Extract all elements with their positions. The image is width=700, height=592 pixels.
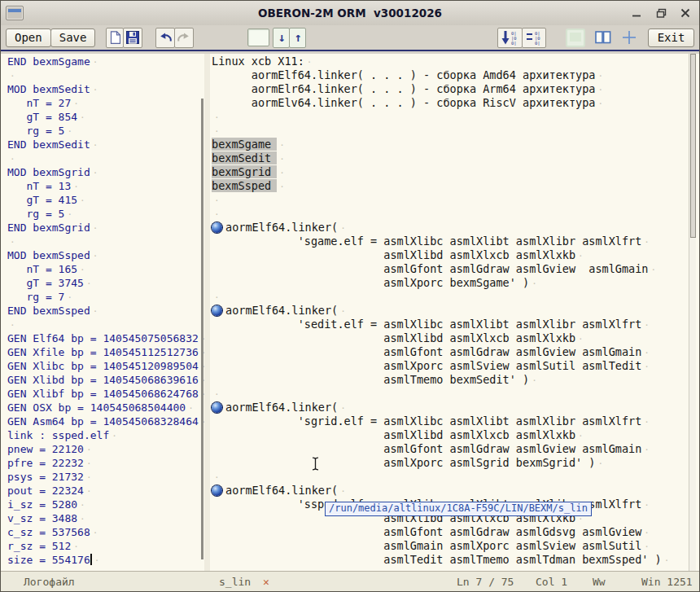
code-line: bexmSgrid: [212, 165, 699, 179]
code-line: [7, 151, 204, 165]
new-document-icon: [110, 31, 120, 44]
code-line: END bexmSgame: [7, 55, 204, 68]
numeric-list-icon: 0| |0 0|: [525, 30, 543, 46]
code-line: rg = 5: [7, 207, 204, 221]
encoding-indicator[interactable]: Win 1251: [641, 572, 693, 592]
titlebar: OBERON-2M ORM v30012026: [1, 1, 699, 25]
right-scrollbar[interactable]: [689, 54, 696, 571]
code-line: aormElr64.linker( . . . ) - сборка Arm64…: [212, 82, 699, 96]
save-button[interactable]: Save: [50, 29, 96, 47]
code-line: GEN Elf64 bp = 140545075056832: [7, 331, 204, 345]
numeric-export-button[interactable]: 0| |0 0|: [497, 28, 523, 48]
line-indicator: Ln 7 / 75: [457, 572, 514, 592]
code-line: nT = 165: [7, 262, 204, 276]
code-line: bexmSedit: [212, 151, 699, 165]
code-line: nT = 27: [7, 96, 204, 110]
code-line: [212, 207, 699, 221]
code-line: aormElf64.linker(: [212, 304, 699, 318]
right-editor-pane[interactable]: Linux xcb X11: aormElf64.linker( . . . )…: [210, 54, 699, 571]
code-line: bexmSsped: [212, 179, 699, 193]
open-button[interactable]: Open: [6, 29, 51, 47]
minimize-icon[interactable]: [629, 6, 644, 20]
code-line: nT = 13: [7, 179, 204, 193]
code-line: 'sedit.elf = asmlXlibc asmlXlibt asmlXli…: [212, 318, 699, 331]
code-line: [212, 290, 699, 304]
numeric-list-button[interactable]: 0| |0 0|: [522, 28, 546, 48]
code-line: gT = 415: [7, 193, 204, 207]
code-line: asmlGfont asmlGdraw asmlGview asmlGmain: [212, 262, 699, 276]
close-icon[interactable]: [678, 6, 693, 20]
scroll-down-button[interactable]: ↓: [273, 28, 290, 48]
code-line: pnew = 22120: [7, 442, 204, 456]
code-line: asmlGfont asmlGdraw asmlGdsvg asmlGview: [212, 525, 699, 539]
code-line: END bexmSsped: [7, 304, 204, 318]
new-document-button[interactable]: [106, 28, 124, 48]
svg-text:0|: 0|: [535, 41, 540, 46]
text-caret: [90, 554, 92, 565]
code-line: MOD bexmSedit: [7, 82, 204, 96]
left-editor-pane[interactable]: END bexmSgameMOD bexmSedit nT = 27 gT = …: [1, 54, 204, 571]
file-path-tooltip: /run/media/altlinux/1C8A-F59C/LIN/BEXM/s…: [325, 502, 592, 516]
code-line: asmlXporc bexmSgame' ): [212, 276, 699, 290]
left-scrollbar-thumb[interactable]: [201, 99, 203, 559]
linker-bullet-icon: [212, 222, 222, 233]
open-file-tab[interactable]: s_lin: [219, 572, 251, 592]
column-indicator: Col 1: [536, 572, 567, 592]
code-line: [212, 470, 699, 484]
right-scrollbar-thumb[interactable]: [690, 54, 696, 238]
code-line: rg = 7: [7, 290, 204, 304]
close-file-icon[interactable]: ✕: [263, 572, 269, 592]
statusbar: Логофайл s_lin ✕ Ln 7 / 75 Col 1 Ww Win …: [1, 571, 699, 591]
ibeam-cursor-icon: [310, 456, 321, 471]
logfile-label[interactable]: Логофайл: [24, 572, 75, 592]
code-line: i_sz = 5280: [7, 498, 204, 511]
export-log-icon[interactable]: [121, 576, 160, 592]
code-line: GEN Xlibc bp = 140545120989504: [7, 359, 204, 373]
code-line: GEN OSX bp = 140545068504400: [7, 401, 204, 414]
code-line: GEN Xlibf bp = 140545068624768: [7, 387, 204, 401]
code-line: [212, 193, 699, 207]
code-line: asmlXlibd asmlXlxcb asmlXlxkb: [212, 331, 699, 345]
window-controls: [629, 1, 693, 25]
pane-splitter[interactable]: [204, 54, 210, 571]
linker-bullet-icon: [212, 402, 222, 413]
linker-bullet-icon: [212, 485, 222, 496]
code-line: [212, 124, 699, 138]
code-line: v_sz = 3488: [7, 511, 204, 525]
scroll-up-button[interactable]: ↑: [289, 28, 306, 48]
right-editor-content: Linux xcb X11: aormElf64.linker( . . . )…: [212, 55, 699, 567]
undo-button[interactable]: [155, 28, 175, 48]
code-line: [7, 318, 204, 331]
code-line: aormElv64.linker( . . . ) - сборка RiscV…: [212, 96, 699, 110]
code-line: GEN Xlibd bp = 140545068639616: [7, 373, 204, 387]
save-file-button[interactable]: [123, 28, 142, 48]
code-line: [212, 110, 699, 124]
code-line: aormElf64.linker(: [212, 221, 699, 235]
left-editor-content: END bexmSgameMOD bexmSedit nT = 27 gT = …: [7, 55, 204, 567]
code-line: pout = 22324: [7, 484, 204, 498]
restore-icon[interactable]: [654, 6, 668, 20]
code-line: link : ssped.elf: [7, 428, 204, 442]
code-line: rg = 5: [7, 124, 204, 138]
code-line: psys = 21732: [7, 470, 204, 484]
code-line: gT = 854: [7, 110, 204, 124]
code-line: asmlTmemo bexmSedit' ): [212, 373, 699, 387]
svg-text:0|: 0|: [511, 41, 517, 46]
split-view-button[interactable]: [593, 28, 613, 48]
code-line: asmlXporc asmlSgrid bexmSgrid' ): [212, 456, 699, 470]
code-line: 'sgrid.elf = asmlXlibc asmlXlibt asmlXli…: [212, 414, 699, 428]
inactive-green-icon: [566, 29, 585, 47]
editor-area: END bexmSgameMOD bexmSedit nT = 27 gT = …: [1, 54, 699, 571]
code-line: MOD bexmSsped: [7, 248, 204, 262]
code-line: GEN Xfile bp = 140545112512736: [7, 345, 204, 359]
counter-field[interactable]: [247, 29, 269, 46]
exit-button[interactable]: Exit: [648, 29, 694, 47]
code-line: aormElf64.linker(: [212, 401, 699, 414]
code-line: asmlGmain asmlXporc asmlSview asmlSutil: [212, 539, 699, 553]
wordwrap-indicator[interactable]: Ww: [593, 572, 606, 592]
code-line: [7, 68, 204, 82]
code-line: pfre = 22232: [7, 456, 204, 470]
code-line: size = 554176: [7, 553, 204, 567]
add-view-button[interactable]: [620, 28, 638, 48]
redo-button[interactable]: [174, 28, 194, 48]
